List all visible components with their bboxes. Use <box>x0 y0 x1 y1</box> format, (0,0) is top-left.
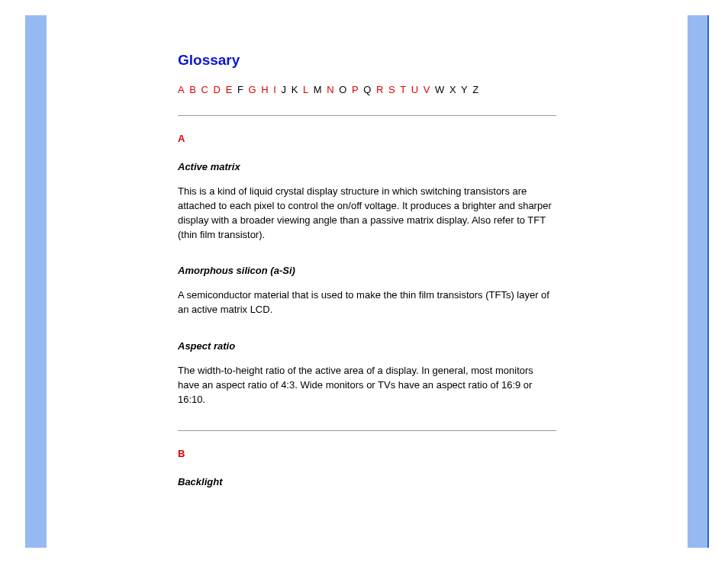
content-area: Glossary A B C D E F G H I J K L M N O P… <box>47 15 688 548</box>
glossary-sections: AActive matrixThis is a kind of liquid c… <box>178 133 556 487</box>
alpha-nav-n[interactable]: N <box>327 84 333 95</box>
section-letter-b: B <box>178 448 556 459</box>
alpha-nav-f: F <box>237 84 243 95</box>
alpha-nav-j: J <box>282 84 287 95</box>
alpha-nav-b[interactable]: B <box>189 84 196 95</box>
left-blue-stripe <box>25 15 47 548</box>
alpha-nav: A B C D E F G H I J K L M N O P Q R S T … <box>178 84 556 95</box>
alpha-nav-a[interactable]: A <box>178 84 185 95</box>
term: Aspect ratio <box>178 340 556 352</box>
alpha-nav-u[interactable]: U <box>411 84 418 95</box>
term: Amorphous silicon (a-Si) <box>178 265 556 276</box>
alpha-nav-y: Y <box>461 84 468 95</box>
definition: This is a kind of liquid crystal display… <box>178 185 556 242</box>
alpha-nav-r[interactable]: R <box>376 84 383 95</box>
alpha-nav-s[interactable]: S <box>388 84 395 95</box>
alpha-nav-g[interactable]: G <box>249 84 256 95</box>
definition: The width-to-height ratio of the active … <box>178 364 556 407</box>
alpha-nav-h[interactable]: H <box>261 84 268 95</box>
alpha-nav-w: W <box>435 84 444 95</box>
alpha-nav-l[interactable]: L <box>303 84 308 95</box>
right-blue-stripe <box>688 15 709 548</box>
alpha-nav-v[interactable]: V <box>424 84 430 95</box>
alpha-nav-e[interactable]: E <box>226 84 233 95</box>
alpha-nav-z: Z <box>472 84 478 95</box>
alpha-nav-p[interactable]: P <box>352 84 359 95</box>
term: Active matrix <box>178 161 556 172</box>
alpha-nav-k: K <box>292 84 298 95</box>
definition: A semiconductor material that is used to… <box>178 288 556 317</box>
alpha-nav-d[interactable]: D <box>214 84 221 95</box>
divider <box>178 430 556 431</box>
alpha-nav-q: Q <box>363 84 371 95</box>
alpha-nav-x: X <box>449 84 456 95</box>
alpha-nav-o: O <box>339 84 346 95</box>
section-letter-a: A <box>178 133 556 144</box>
page-title: Glossary <box>178 52 556 69</box>
alpha-nav-c[interactable]: C <box>201 84 208 95</box>
alpha-nav-i[interactable]: I <box>273 84 276 95</box>
alpha-nav-t[interactable]: T <box>400 84 406 95</box>
divider <box>178 115 556 116</box>
term: Backlight <box>178 476 556 487</box>
alpha-nav-m: M <box>314 84 322 95</box>
right-edge-accent <box>707 15 709 548</box>
